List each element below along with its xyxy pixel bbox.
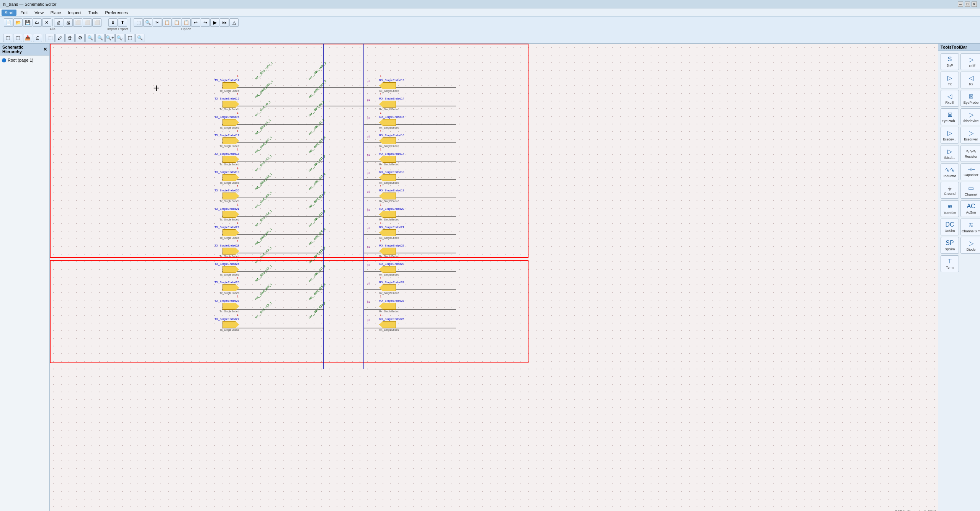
menu-preferences[interactable]: Preferences <box>102 10 131 16</box>
tx-component-8[interactable]: 1 TX_SingleEnded22 Tx_SingleEnded <box>214 225 239 239</box>
tool-tx[interactable]: ▷Tx <box>941 72 959 88</box>
rx-component-10[interactable]: 1 RX_SingleEnded23 Rx_SingleEnded <box>379 262 404 276</box>
window-controls[interactable]: ─ □ ✕ <box>958 2 977 7</box>
btn2-9[interactable]: 🔍 <box>85 34 95 42</box>
hierarchy-close[interactable]: ✕ <box>43 47 47 52</box>
rx-component-11[interactable]: 1 RX_SingleEnded24 Rx_SingleEnded <box>379 281 404 294</box>
open-button[interactable]: 📂 <box>13 18 23 27</box>
close-button2[interactable]: ✕ <box>42 18 51 27</box>
tx-component-2[interactable]: 1 TX_SingleEnded16 Tx_SingleEnded <box>214 115 239 129</box>
tree-root[interactable]: 🔵 Root (page 1) <box>2 57 48 63</box>
maximize-button[interactable]: □ <box>965 2 970 7</box>
opt1[interactable]: ⬚ <box>134 18 143 27</box>
btn2-14[interactable]: 🔍 <box>135 34 144 42</box>
tool-spsim[interactable]: SPSpSim <box>941 237 959 254</box>
btn2-5[interactable]: ⬚ <box>46 34 55 42</box>
btn2-12[interactable]: 🔍- <box>115 34 124 42</box>
tool-txdiff[interactable]: ▷Txdiff <box>960 53 980 70</box>
tool-resistor[interactable]: ∿∿∿Resistor <box>960 145 980 162</box>
tool-transim[interactable]: ≋TranSim <box>941 200 959 217</box>
rx-component-12[interactable]: 1 RX_SingleEnded25 Rx_SingleEnded <box>379 299 404 313</box>
rx-component-3[interactable]: 1 RX_SingleEnded16 Rx_SingleEnded <box>379 134 404 147</box>
rx-component-1[interactable]: 1 RX_SingleEnded14 Rx_SingleEnded <box>379 97 404 111</box>
tx-component-9[interactable]: 1 TX_SingleEnded23 Tx_SingleEnded <box>214 244 239 258</box>
tool-ibisdi---[interactable]: ▷Ibisdi... <box>941 145 959 162</box>
btn2-3[interactable]: 📥 <box>23 34 32 42</box>
menu-edit[interactable]: Edit <box>17 10 31 16</box>
rx-component-5[interactable]: 1 RX_SingleEnded18 Rx_SingleEnded <box>379 170 404 184</box>
btn2-1[interactable]: ⬚ <box>3 34 12 42</box>
new-button[interactable]: 📄 <box>4 18 13 27</box>
btn-extra2[interactable]: ⬜ <box>92 18 101 27</box>
btn2-6[interactable]: 🖊 <box>56 34 65 42</box>
tx-component-0[interactable]: 1 TX_SingleEnded14 Tx_SingleEnded <box>214 78 239 92</box>
rx-component-8[interactable]: 1 RX_SingleEnded21 Rx_SingleEnded <box>379 225 404 239</box>
print3-button[interactable]: ⬜ <box>73 18 82 27</box>
opt5[interactable]: 📋 <box>172 18 181 27</box>
rx-component-6[interactable]: 1 RX_SingleEnded19 Rx_SingleEnded <box>379 189 404 202</box>
menu-start[interactable]: Start <box>2 10 16 16</box>
tool-acsim[interactable]: ACAcSim <box>960 200 980 217</box>
tool-channelsim[interactable]: ≋ChannelSim <box>960 219 980 235</box>
rx-component-7[interactable]: 1 RX_SingleEnded20 Rx_SingleEnded <box>379 207 404 221</box>
tx-component-1[interactable]: 1 TX_SingleEnded15 Tx_SingleEnded <box>214 97 239 111</box>
tx-component-3[interactable]: 1 TX_SingleEnded17 Tx_SingleEnded <box>214 134 239 147</box>
menu-tools[interactable]: Tools <box>85 10 101 16</box>
tx-component-10[interactable]: 1 TX_SingleEnded24 Tx_SingleEnded <box>214 262 239 276</box>
tx-component-4[interactable]: 1 TX_SingleEnded18 Tx_SingleEnded <box>214 152 239 166</box>
menu-place[interactable]: Place <box>47 10 64 16</box>
opt9[interactable]: ▶ <box>210 18 219 27</box>
tool-rxdiff[interactable]: ◁Rxdiff <box>941 90 959 107</box>
btn-extra1[interactable]: ⬜ <box>83 18 92 27</box>
print2-button[interactable]: 🖨 <box>64 18 73 27</box>
minimize-button[interactable]: ─ <box>958 2 963 7</box>
tx-component-7[interactable]: 1 TX_SingleEnded21 Tx_SingleEnded <box>214 207 239 221</box>
rx-component-0[interactable]: 1 RX_SingleEnded13 Rx_SingleEnded <box>379 78 404 92</box>
opt10[interactable]: ⏮ <box>220 18 229 27</box>
btn2-10[interactable]: 🔍 <box>95 34 105 42</box>
rx-component-2[interactable]: 1 RX_SingleEnded15 Rx_SingleEnded <box>379 115 404 129</box>
menu-inspect[interactable]: Inspect <box>65 10 84 16</box>
rx-component-9[interactable]: 1 RX_SingleEnded22 Rx_SingleEnded <box>379 244 404 258</box>
rx-component-4[interactable]: 1 RX_SingleEnded17 Rx_SingleEnded <box>379 152 404 166</box>
tool-ground[interactable]: ⏚Ground <box>941 182 959 199</box>
print-button[interactable]: 🖨 <box>54 18 63 27</box>
tool-dcsim[interactable]: DCDcSim <box>941 219 959 235</box>
opt2[interactable]: 🔍 <box>143 18 152 27</box>
canvas-area[interactable]: + <box>50 44 938 511</box>
tx-component-6[interactable]: 1 TX_SingleEnded20 Tx_SingleEnded <box>214 189 239 202</box>
btn2-11[interactable]: 🔍+ <box>105 34 115 42</box>
btn2-7[interactable]: 🗑 <box>65 34 75 42</box>
menu-view[interactable]: View <box>31 10 47 16</box>
tool-capacitor[interactable]: ⊣⊢Capacitor <box>960 163 980 180</box>
tool-channel[interactable]: ▭Channel <box>960 182 980 199</box>
rx-component-13[interactable]: 1 RX_SingleEnded26 Rx_SingleEnded <box>379 317 404 331</box>
tx-component-12[interactable]: 1 TX_SingleEnded26 Tx_SingleEnded <box>214 299 239 313</box>
tool-ibisdev---[interactable]: ▷Ibisdev... <box>941 127 959 144</box>
tool-eyeprobe[interactable]: ⊠EyeProbe <box>960 90 980 107</box>
tool-inductor[interactable]: ∿∿Inductor <box>941 163 959 180</box>
tx-component-13[interactable]: 1 TX_SingleEnded27 Tx_SingleEnded <box>214 317 239 331</box>
tx-component-5[interactable]: 1 TX_SingleEnded19 Tx_SingleEnded <box>214 170 239 184</box>
tool-diode[interactable]: ▷Diode <box>960 237 980 254</box>
tool-term[interactable]: TTerm <box>941 255 959 272</box>
opt8[interactable]: ↪ <box>201 18 210 27</box>
btn2-8[interactable]: ⚙ <box>75 34 85 42</box>
btn2-13[interactable]: ⬚ <box>125 34 134 42</box>
close-button[interactable]: ✕ <box>972 2 977 7</box>
export-button[interactable]: ⬆ <box>118 18 127 27</box>
opt3[interactable]: ✂ <box>153 18 162 27</box>
opt6[interactable]: 📋 <box>182 18 191 27</box>
btn2-2[interactable]: ⬚ <box>13 34 22 42</box>
save-all-button[interactable]: 🗂 <box>33 18 42 27</box>
import-button[interactable]: ⬇ <box>108 18 118 27</box>
tool-snp[interactable]: SSnP <box>941 53 959 70</box>
tool-rx[interactable]: ◁Rx <box>960 72 980 88</box>
tool-ibisdriver[interactable]: ▷Ibisdriver <box>960 127 980 144</box>
opt11[interactable]: △ <box>229 18 239 27</box>
tx-component-11[interactable]: 1 TX_SingleEnded25 Tx_SingleEnded <box>214 281 239 294</box>
opt7[interactable]: ↩ <box>191 18 200 27</box>
opt4[interactable]: 📋 <box>162 18 172 27</box>
save-button[interactable]: 💾 <box>23 18 32 27</box>
tool-eyeprob---[interactable]: ⊠EyeProb... <box>941 108 959 125</box>
